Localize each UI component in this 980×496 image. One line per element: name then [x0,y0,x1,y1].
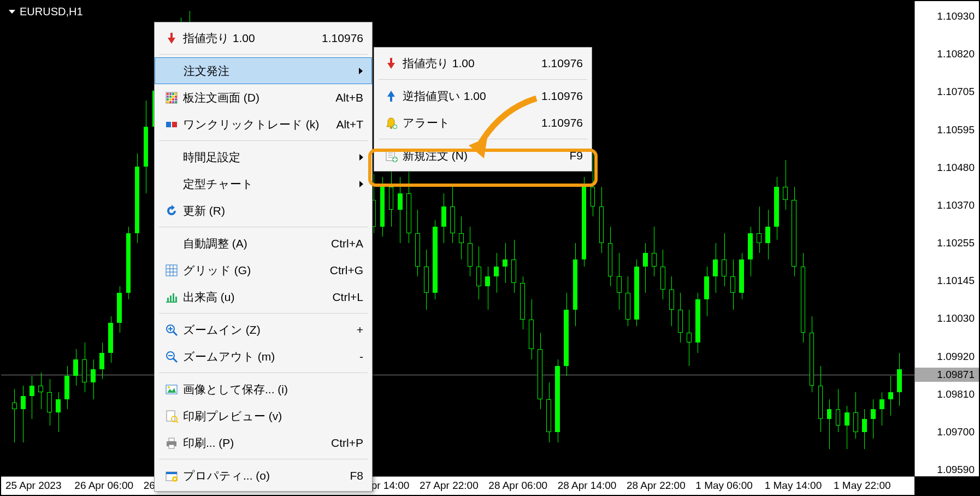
ctxmenu-item-7[interactable]: 定型チャート [155,170,372,197]
candle-body [91,369,96,382]
ctxmenu-item-6[interactable]: 時間足設定 [155,144,372,170]
svg-rect-4 [169,93,172,95]
price-tick: 1.09700 [937,426,975,438]
menu-item-shortcut: 1.10976 [322,32,363,45]
candle-body [29,386,34,395]
ctxmenu-item-21[interactable]: プロパティ... (o)F8 [155,462,372,489]
candle-wick [759,206,760,253]
svg-rect-65 [393,158,397,160]
time-tick: 1 May 14:00 [765,480,822,492]
price-tick: 1.10820 [937,48,975,60]
ctxmenu-item-12[interactable]: 出来高 (u)Ctrl+L [155,284,372,310]
dropdown-arrow-icon [9,10,15,14]
menu-item-label: 印刷プレビュー (v) [183,409,363,424]
candle-body [468,243,473,267]
candle-body [862,419,867,432]
refresh-icon [160,204,183,218]
candle-body [748,233,753,260]
ctxmenu-item-19[interactable]: 印刷... (P)Ctrl+P [155,429,372,456]
ctxmenu-item-8[interactable]: 更新 (R) [155,197,372,224]
ctxmenu-item-10[interactable]: 自動調整 (A)Ctrl+A [155,230,372,257]
time-tick: 25 Apr 2023 [5,480,61,492]
time-axis: 25 Apr 202326 Apr 06:0026 Apr 14:0026 Ap… [1,476,914,495]
price-tick: 1.10480 [937,162,975,174]
ctxmenu-item-2[interactable]: 注文発注 [155,57,372,84]
menu-item-shortcut: Ctrl+G [330,264,363,277]
submenu-item-2[interactable]: 逆指値買い 1.001.10976 [374,82,592,109]
ctxmenu-item-18[interactable]: 印刷プレビュー (v) [155,403,372,429]
time-tick: 1 May 06:00 [695,480,753,492]
submenu-item-5[interactable]: 新規注文 (N)F9 [374,142,592,169]
candle-body [853,412,858,432]
ctxmenu-item-4[interactable]: ワンクリックトレード (k)Alt+T [155,111,372,138]
preview-icon [160,409,183,423]
candle-body [126,233,131,293]
menu-item-label: 逆指値買い 1.00 [403,88,541,104]
ctxmenu-item-3[interactable]: 板注文画面 (D)Alt+B [155,84,372,111]
context-submenu[interactable]: 指値売り 1.001.10976逆指値買い 1.001.10976アラート1.1… [374,47,592,172]
candle-body [476,267,481,286]
submenu-item-0[interactable]: 指値売り 1.001.10976 [374,50,592,76]
svg-rect-5 [172,93,174,95]
svg-rect-12 [169,98,172,101]
sell-arrow-icon [380,56,403,70]
ctxmenu-item-17[interactable]: 画像として保存... (i) [155,376,372,403]
chevron-right-icon [359,68,363,74]
context-menu[interactable]: 指値売り 1.001.10976注文発注板注文画面 (D)Alt+Bワンクリック… [154,22,373,492]
candle-body [380,187,385,227]
svg-rect-20 [172,122,177,127]
time-tick: 26 Apr 06:00 [74,480,133,492]
grid-icon [160,263,183,277]
menu-item-shortcut: Alt+T [336,118,363,131]
candle-wick [645,243,646,293]
candle-body [591,187,595,206]
menu-item-label: 指値売り 1.00 [183,31,322,46]
neworder-icon [380,149,403,163]
submenu-item-3[interactable]: アラート1.10976 [374,109,592,136]
svg-rect-46 [169,445,174,448]
menu-separator [379,139,587,139]
candle-wick [593,153,593,216]
svg-rect-15 [167,101,169,103]
candle-body [625,293,630,320]
price-tick: 1.10030 [937,312,975,324]
candle-body [73,359,78,376]
menu-item-label: 新規注文 (N) [403,148,569,163]
ctxmenu-item-14[interactable]: ズームイン (Z)+ [155,316,372,343]
menu-item-label: 更新 (R) [183,203,363,219]
candle-body [433,227,438,293]
candle-body [687,333,692,343]
depth-icon [160,91,183,105]
svg-point-40 [168,386,170,388]
candle-wick [14,389,15,442]
time-tick: 28 Apr 14:00 [558,480,617,492]
svg-rect-8 [169,96,172,98]
menu-item-shortcut: Ctrl+P [331,436,363,450]
price-axis: 1.109301.108201.107051.105951.104801.103… [914,1,979,476]
ctxmenu-item-11[interactable]: グリッド (G)Ctrl+G [155,257,372,284]
candle-body [765,227,770,243]
candle-wick [873,399,873,439]
menu-separator [159,227,368,227]
ctxmenu-item-0[interactable]: 指値売り 1.001.10976 [155,25,372,51]
candle-wick [654,227,654,276]
candle-body [678,310,683,333]
svg-rect-54 [390,97,392,102]
chevron-right-icon [359,154,363,161]
svg-rect-19 [166,122,171,127]
symbol-label[interactable]: EURUSD,H1 [9,5,83,18]
candle-body [888,392,893,399]
svg-rect-16 [169,101,172,103]
menu-item-shortcut: F9 [569,149,583,162]
volume-icon [160,290,183,304]
menu-item-label: プロパティ... (o) [183,468,350,483]
menu-item-label: ズームイン (Z) [183,322,357,338]
time-tick: 1 May 22:00 [834,480,891,492]
ctxmenu-item-15[interactable]: ズームアウト (m)- [155,343,372,370]
candle-body [879,399,884,409]
candle-body [450,206,455,233]
candle-body [82,359,87,383]
candle-body [546,399,551,433]
price-tick: 1.09920 [937,351,975,363]
menu-item-label: 定型チャート [183,176,359,192]
